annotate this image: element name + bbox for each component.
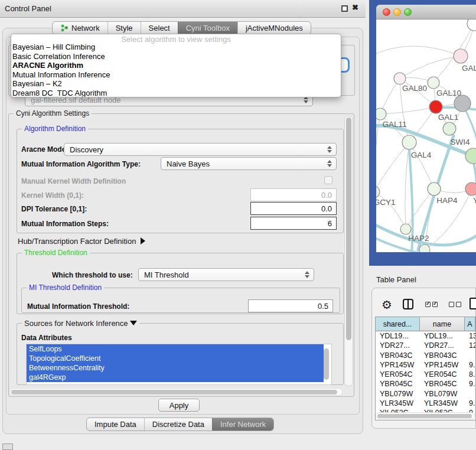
settings-vertical-scrollbar[interactable] [344, 116, 353, 386]
scrollbar-thumb[interactable] [377, 414, 472, 418]
attribute-list-item[interactable]: TopologicalCoefficient [27, 354, 324, 363]
network-edge[interactable] [409, 142, 434, 189]
table-row[interactable]: YBR043CYBR043C [376, 351, 475, 360]
tab-impute-data[interactable]: Impute Data [87, 418, 144, 431]
table-row[interactable]: YLR345WYLR345W9. [376, 399, 475, 408]
algorithm-option[interactable]: Bayesian – K2 [11, 79, 341, 89]
algorithm-option[interactable]: Basic Correlation Inference [11, 52, 341, 61]
scrollbar-thumb[interactable] [11, 390, 337, 394]
network-edge[interactable] [376, 46, 461, 56]
table-row[interactable]: YER054CYER054C8. [376, 370, 475, 379]
table-cell: 12... [465, 341, 475, 350]
network-node-label: HAP4 [436, 196, 458, 205]
node-table[interactable]: shared... name A YDL19...YDL19...13...YD… [375, 317, 476, 420]
attribute-list-item[interactable]: SelfLoops [27, 344, 324, 354]
data-attributes-list[interactable]: SelfLoopsTopologicalCoefficientBetweenne… [26, 344, 332, 385]
network-node[interactable] [419, 244, 430, 252]
network-node[interactable] [400, 224, 411, 234]
network-node[interactable] [428, 182, 441, 195]
tab-select[interactable]: Select [141, 22, 178, 34]
table-row[interactable]: YPR145WYPR145W9. [376, 360, 475, 370]
expand-right-icon[interactable] [141, 237, 145, 244]
table-cell [465, 351, 475, 360]
mi-steps-field[interactable]: 6 [250, 217, 337, 230]
dropdown-items: Bayesian – Hill ClimbingBasic Correlatio… [11, 43, 341, 97]
list-scrollbar-thumb[interactable] [324, 348, 329, 380]
close-icon[interactable]: ✖ [352, 3, 358, 12]
network-node[interactable] [429, 100, 442, 113]
manual-kernel-width-checkbox[interactable] [324, 176, 332, 184]
table-cell: YBL079W [420, 389, 465, 399]
table-horizontal-scrollbar[interactable] [376, 412, 475, 419]
tab-cyni-toolbox[interactable]: Cyni Toolbox [178, 22, 237, 34]
float-window-icon[interactable] [341, 5, 348, 12]
table-row[interactable]: YDL19...YDL19...13... [376, 331, 475, 341]
network-node[interactable] [454, 49, 468, 63]
kernel-width-field[interactable]: 0.0 [250, 188, 337, 201]
hub-definition-label[interactable]: Hub/Transcription Factor Definition [18, 237, 145, 246]
table-cell: 9. [465, 379, 475, 389]
mi-algorithm-type-combo[interactable]: Naive Bayes [161, 157, 337, 170]
table-row[interactable]: YDR27...YDR27...12... [376, 341, 475, 350]
settings-horizontal-scrollbar[interactable] [9, 388, 343, 396]
zoom-traffic-light-icon[interactable] [404, 8, 412, 16]
network-node[interactable] [465, 148, 476, 164]
network-node[interactable] [454, 95, 471, 112]
network-node[interactable] [376, 186, 380, 198]
control-panel-tabs: Network Style Select Cyni Toolbox jActiv… [52, 21, 311, 35]
table-cell [465, 389, 475, 399]
table-cell: YBR045C [420, 379, 465, 389]
select-all-icon[interactable] [425, 302, 438, 307]
network-edge[interactable] [400, 56, 461, 79]
network-node[interactable] [467, 19, 476, 31]
split-view-icon[interactable] [403, 299, 413, 309]
close-traffic-light-icon[interactable] [383, 8, 390, 16]
table-body: YDL19...YDL19...13...YDR27...YDR27...12.… [376, 331, 475, 418]
network-edge[interactable] [376, 142, 409, 192]
column-header-third[interactable]: A [465, 317, 475, 331]
tab-jactivemnodules[interactable]: jActiveMNodules [237, 22, 311, 34]
tab-discretize-data[interactable]: Discretize Data [144, 418, 212, 431]
algorithm-option[interactable]: ARACNE Algorithm [11, 61, 341, 70]
network-node-label: Y [473, 196, 476, 205]
network-node[interactable] [443, 122, 456, 135]
attribute-list-item[interactable]: gal4RGexp [27, 373, 324, 382]
document-icon[interactable] [470, 298, 476, 309]
table-row[interactable]: YBR045CYBR045C9. [376, 379, 475, 389]
mi-threshold-field[interactable]: 0.5 [248, 299, 333, 312]
network-node[interactable] [394, 73, 406, 84]
network-window-titlebar[interactable] [376, 5, 476, 19]
table-header-row: shared... name A [376, 317, 475, 331]
algorithm-option[interactable]: Mutual Information Inference [11, 70, 341, 80]
network-edge[interactable] [380, 107, 436, 114]
network-node-label: GAL80 [402, 84, 427, 93]
which-threshold-combo[interactable]: MI Threshold [138, 268, 314, 281]
network-node[interactable] [402, 135, 416, 149]
aracne-mode-combo[interactable]: Discovery [64, 143, 337, 156]
network-node-label: GAL1 [438, 113, 459, 122]
column-header-name[interactable]: name [420, 317, 465, 331]
tab-infer-network[interactable]: Infer Network [212, 418, 273, 431]
algorithm-option[interactable]: Bayesian – Hill Climbing [11, 43, 341, 52]
dpi-tolerance-field[interactable]: 0.0 [250, 202, 337, 215]
network-canvas[interactable]: GALGAL80GAL10GAL1GAL11SWI4GAL4GCY1HAP4YH… [376, 19, 476, 252]
deselect-all-icon[interactable] [449, 302, 461, 307]
network-node[interactable] [376, 108, 386, 120]
attribute-list-item[interactable]: BetweennessCentrality [27, 363, 324, 373]
table-cell: YBR043C [376, 351, 420, 360]
mi-threshold-label: Mutual Information Threshold: [27, 302, 129, 311]
tab-network[interactable]: Network [53, 22, 107, 34]
table-cell: YDR27... [376, 341, 420, 350]
dock-panel-icon[interactable] [2, 444, 13, 450]
table-row[interactable]: YBL079WYBL079W [376, 389, 475, 399]
algorithm-option[interactable]: Dream8 DC_TDC Algorithm [11, 89, 341, 97]
minimize-traffic-light-icon[interactable] [393, 8, 401, 16]
gear-icon[interactable]: ⚙ [382, 298, 392, 312]
tab-style[interactable]: Style [107, 22, 141, 34]
column-header-shared-name[interactable]: shared... [376, 317, 420, 331]
collapse-down-icon[interactable] [130, 321, 137, 325]
scrollbar-thumb[interactable] [346, 118, 351, 340]
network-node[interactable] [465, 182, 476, 195]
network-node[interactable] [428, 77, 439, 89]
apply-button[interactable]: Apply [158, 399, 200, 412]
